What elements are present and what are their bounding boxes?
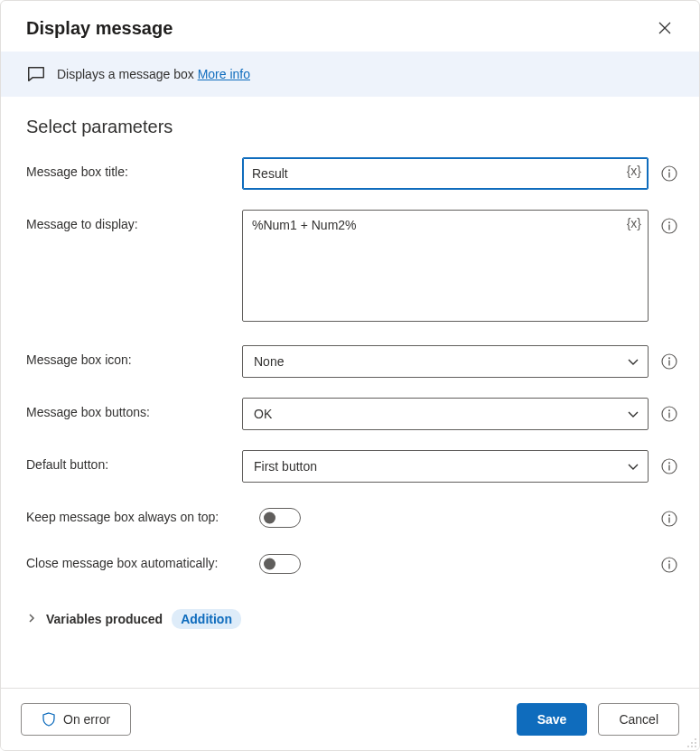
default-label: Default button: xyxy=(26,450,229,472)
close-icon xyxy=(658,22,671,34)
svg-point-26 xyxy=(695,746,696,747)
toggle-knob xyxy=(264,512,275,524)
save-button[interactable]: Save xyxy=(517,703,588,736)
section-title: Select parameters xyxy=(26,117,674,137)
autoclose-toggle[interactable] xyxy=(259,554,301,574)
cancel-button[interactable]: Cancel xyxy=(598,703,679,736)
svg-point-22 xyxy=(691,742,693,744)
svg-point-24 xyxy=(687,746,689,747)
more-info-link[interactable]: More info xyxy=(198,67,250,81)
info-icon xyxy=(661,353,677,370)
message-variable-button[interactable]: {x} xyxy=(627,216,641,230)
buttons-select[interactable]: OK xyxy=(242,398,649,430)
ontop-toggle[interactable] xyxy=(259,508,301,528)
svg-point-1 xyxy=(668,169,670,171)
title-label: Message box title: xyxy=(26,157,229,179)
ontop-info-button[interactable] xyxy=(661,509,677,529)
info-icon xyxy=(661,165,677,182)
default-info-button[interactable] xyxy=(661,456,677,476)
close-button[interactable] xyxy=(652,15,677,41)
title-info-button[interactable] xyxy=(661,164,677,183)
svg-point-7 xyxy=(668,357,670,359)
info-icon xyxy=(661,557,677,573)
autoclose-info-button[interactable] xyxy=(661,555,677,575)
svg-rect-2 xyxy=(668,173,669,178)
svg-point-13 xyxy=(668,462,670,464)
info-icon xyxy=(661,458,677,474)
shield-icon xyxy=(42,712,56,727)
svg-rect-8 xyxy=(668,361,669,366)
icon-info-button[interactable] xyxy=(661,352,677,371)
buttons-label: Message box buttons: xyxy=(26,398,229,419)
info-icon xyxy=(661,218,677,234)
svg-rect-11 xyxy=(668,413,669,418)
info-icon xyxy=(661,406,677,422)
ontop-label: Keep message box always on top: xyxy=(26,502,247,524)
vars-produced-label[interactable]: Variables produced xyxy=(46,612,163,626)
title-input-wrap: {x} xyxy=(242,157,649,190)
message-box-icon xyxy=(26,64,46,84)
description-text: Displays a message box More info xyxy=(57,67,250,81)
message-info-button[interactable] xyxy=(661,216,677,236)
icon-select[interactable]: None xyxy=(242,345,649,378)
message-input-wrap: %Num1 + Num2% {x} xyxy=(242,210,649,325)
svg-point-25 xyxy=(691,746,693,747)
description-bar: Displays a message box More info xyxy=(1,52,699,97)
svg-rect-17 xyxy=(668,518,669,523)
svg-rect-20 xyxy=(668,564,669,569)
svg-rect-14 xyxy=(668,465,669,471)
title-input[interactable] xyxy=(242,157,649,190)
title-variable-button[interactable]: {x} xyxy=(627,164,641,178)
info-icon xyxy=(661,511,677,527)
chevron-right-icon xyxy=(26,613,37,624)
message-textarea[interactable]: %Num1 + Num2% xyxy=(242,210,649,322)
svg-point-21 xyxy=(695,738,696,740)
svg-point-23 xyxy=(695,742,696,744)
autoclose-label: Close message box automatically: xyxy=(26,549,247,570)
icon-label: Message box icon: xyxy=(26,345,229,367)
vars-produced-badge[interactable]: Addition xyxy=(172,609,241,629)
svg-point-10 xyxy=(668,409,670,411)
on-error-button[interactable]: On error xyxy=(21,703,131,736)
svg-point-16 xyxy=(668,514,670,516)
svg-point-19 xyxy=(668,560,670,562)
message-label: Message to display: xyxy=(26,210,229,231)
dialog-title: Display message xyxy=(26,18,173,39)
svg-rect-5 xyxy=(668,225,669,230)
toggle-knob xyxy=(264,559,275,570)
default-select[interactable]: First button xyxy=(242,450,649,483)
resize-grip-icon[interactable] xyxy=(686,737,697,748)
svg-point-4 xyxy=(668,221,670,223)
vars-expand-button[interactable] xyxy=(26,612,37,626)
buttons-info-button[interactable] xyxy=(661,404,677,424)
